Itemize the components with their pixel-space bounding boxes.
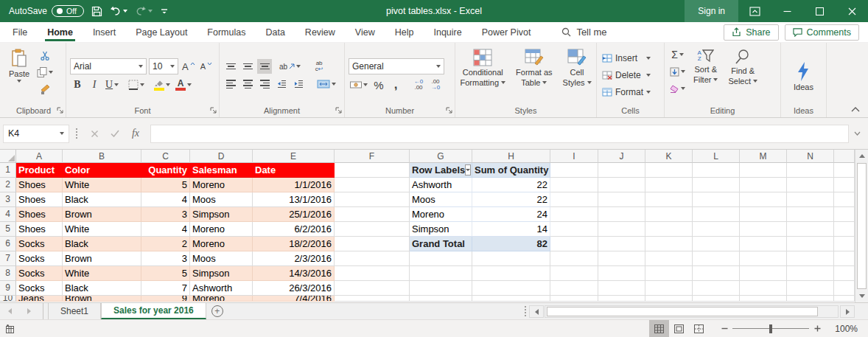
grid-cell[interactable]: Grand Total [410,237,472,251]
grid-cell[interactable] [645,296,693,302]
tab-view[interactable]: View [353,22,377,42]
align-left-button[interactable] [223,77,238,91]
grid-cell[interactable]: Moreno [190,178,253,192]
grid-cell[interactable] [787,251,834,266]
autosum-button[interactable]: Σ [668,47,687,62]
column-header-K[interactable]: K [645,150,693,163]
minimize-button[interactable] [771,0,803,22]
grid-cell[interactable] [834,178,855,192]
zoom-out-button[interactable] [716,320,732,337]
grid-cell[interactable] [693,251,740,266]
page-layout-view-button[interactable] [669,320,689,337]
grid-cell[interactable]: Quantity [141,163,190,178]
clipboard-dialog-launcher[interactable] [56,106,64,114]
grid-cell[interactable]: Brown [63,207,141,222]
tab-file[interactable]: File [10,22,29,42]
grid-cell[interactable] [834,251,855,266]
borders-button[interactable] [127,77,146,92]
grid-cell[interactable]: 18/2/2016 [253,237,335,251]
grid-cell[interactable]: Simpson [190,266,253,281]
clear-button[interactable] [668,81,687,96]
align-center-button[interactable] [240,77,255,91]
select-all-corner[interactable] [0,150,16,163]
vertical-scrollbar-thumb[interactable] [857,163,867,289]
grid-cell[interactable] [645,178,693,192]
grid-cell[interactable]: White [63,266,141,281]
grid-cell[interactable] [598,237,645,251]
grid-cell[interactable] [645,251,693,266]
grid-cell[interactable]: 5 [141,266,190,281]
number-format-combo[interactable]: General [349,58,444,74]
decrease-indent-button[interactable] [274,77,289,91]
grid-cell[interactable]: Product [16,163,63,178]
column-header-I[interactable]: I [550,150,598,163]
grid-cell[interactable] [693,237,740,251]
new-sheet-button[interactable] [206,303,228,319]
grid-cell[interactable]: 4 [141,222,190,237]
tab-power-pivot[interactable]: Power Pivot [480,22,533,42]
grid-cell[interactable]: Jeans [16,296,63,302]
number-dialog-launcher[interactable] [445,106,453,114]
grid-cell[interactable] [787,296,834,302]
grid-cell[interactable] [693,163,740,178]
tab-insert[interactable]: Insert [91,22,118,42]
comments-button[interactable]: Comments [785,24,859,41]
row-header-5[interactable]: 5 [0,222,16,237]
grid-cell[interactable]: 1/1/2016 [253,178,335,192]
merge-center-button[interactable] [315,77,337,91]
grid-cell[interactable] [693,222,740,237]
column-header-G[interactable]: G [410,150,472,163]
row-header-9[interactable]: 9 [0,281,16,296]
grid-cell[interactable] [550,207,598,222]
previous-sheet-button[interactable] [0,303,19,319]
grid-cell[interactable] [787,281,834,296]
customize-quick-access-button[interactable] [160,7,169,15]
redo-button[interactable] [135,6,153,16]
tab-formulas[interactable]: Formulas [205,22,248,42]
grid-cell[interactable] [740,192,787,207]
scroll-up-button[interactable] [855,150,868,162]
grid-cell[interactable] [598,296,645,302]
grid-cell[interactable] [598,222,645,237]
column-header-J[interactable]: J [598,150,645,163]
row-header-8[interactable]: 8 [0,266,16,281]
font-name-combo[interactable]: Arial [70,58,147,74]
format-painter-button[interactable] [35,82,55,97]
grid-cell[interactable] [550,281,598,296]
formula-bar-splitter[interactable] [76,128,77,139]
grid-cell[interactable]: Moreno [190,222,253,237]
grid-cell[interactable] [740,237,787,251]
grid-cell[interactable]: 13/1/2016 [253,192,335,207]
tab-help[interactable]: Help [393,22,416,42]
column-header-M[interactable]: M [740,150,787,163]
zoom-slider-thumb[interactable] [769,324,772,333]
macro-record-button[interactable] [6,324,15,333]
grid-cell[interactable] [740,163,787,178]
grid-cell[interactable] [550,237,598,251]
decrease-decimal-button[interactable]: .00 →0 [428,77,443,92]
find-select-button[interactable]: Find & Select [724,46,761,86]
sort-filter-button[interactable]: A Z Sort & Filter [690,46,721,84]
grid-cell[interactable]: Shoes [16,222,63,237]
grid-cell[interactable] [645,281,693,296]
grid-cell[interactable]: Socks [16,281,63,296]
grid-cell[interactable] [740,251,787,266]
zoom-in-button[interactable] [809,320,825,337]
grow-font-button[interactable]: A [181,59,197,74]
save-button[interactable] [91,6,102,17]
insert-function-button[interactable]: fx [125,125,146,143]
grid-cell[interactable] [740,296,787,302]
grid-cell[interactable] [598,178,645,192]
italic-button[interactable]: I [87,77,102,92]
row-header-2[interactable]: 2 [0,178,16,192]
orientation-button[interactable]: ab [278,59,302,74]
grid-cell[interactable]: Brown [63,251,141,266]
grid-cell[interactable] [787,222,834,237]
grid-cell[interactable]: 22 [472,178,550,192]
grid-cell[interactable]: Moos [190,192,253,207]
horizontal-scrollbar[interactable] [545,305,839,318]
name-box[interactable]: K4 [3,125,69,143]
grid-cell[interactable]: Sum of Quantity [472,163,550,178]
grid-cell[interactable] [645,192,693,207]
grid-cell[interactable] [598,266,645,281]
